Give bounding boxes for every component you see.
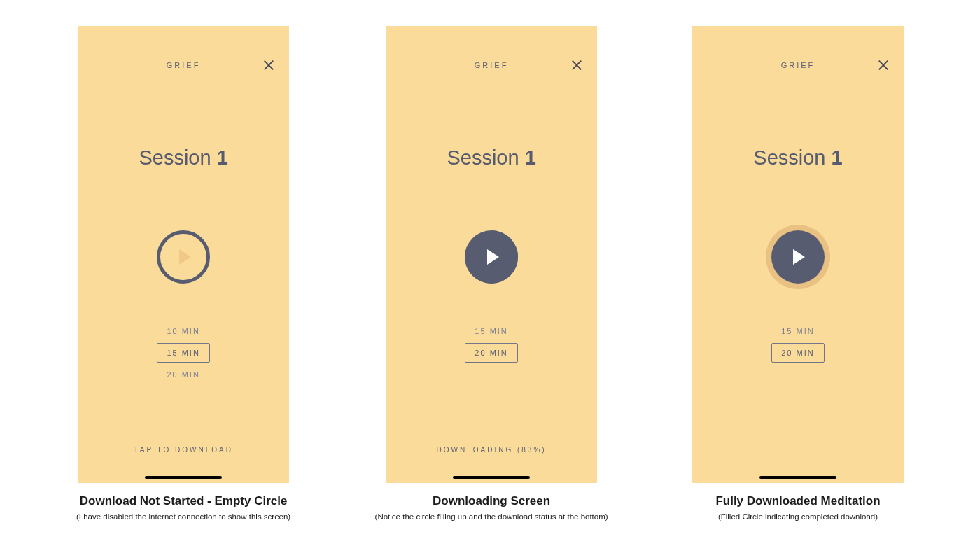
session-title: Session 1 xyxy=(78,146,289,169)
play-button-wrap xyxy=(465,230,518,284)
play-icon xyxy=(793,249,805,265)
screen-col-3: GRIEF Session 1 15 MIN 20 MIN Fully Down… xyxy=(692,26,904,551)
duration-picker: 15 MIN 20 MIN xyxy=(386,327,597,363)
play-button-wrap xyxy=(766,230,830,295)
play-glow xyxy=(766,225,830,289)
duration-option[interactable]: 15 MIN xyxy=(781,327,814,335)
session-number: 1 xyxy=(525,146,536,169)
play-icon xyxy=(487,249,499,265)
duration-option-selected[interactable]: 20 MIN xyxy=(771,343,824,363)
download-status[interactable]: TAP TO DOWNLOAD xyxy=(78,446,289,454)
close-icon[interactable] xyxy=(877,59,891,73)
caption-sub: (Notice the circle filling up and the do… xyxy=(375,512,608,521)
play-button-wrap xyxy=(157,230,210,284)
phone-screen-downloaded: GRIEF Session 1 15 MIN 20 MIN xyxy=(692,26,904,483)
category-label: GRIEF xyxy=(475,61,509,69)
download-status: DOWNLOADING (83%) xyxy=(386,446,597,454)
play-button[interactable] xyxy=(157,230,210,284)
play-icon xyxy=(179,249,191,265)
caption-title: Fully Downloaded Meditation xyxy=(715,494,880,508)
screen-col-1: GRIEF Session 1 10 MIN 15 MIN 20 MIN TAP… xyxy=(76,26,290,551)
session-number: 1 xyxy=(217,146,228,169)
session-prefix: Session xyxy=(139,146,216,169)
category-label: GRIEF xyxy=(167,61,201,69)
session-title: Session 1 xyxy=(692,146,904,169)
duration-option[interactable]: 20 MIN xyxy=(167,370,200,379)
category-label: GRIEF xyxy=(781,61,816,69)
top-bar: GRIEF xyxy=(692,61,904,69)
duration-option-selected[interactable]: 20 MIN xyxy=(465,343,517,363)
caption: Download Not Started - Empty Circle (I h… xyxy=(76,494,290,521)
duration-option[interactable]: 10 MIN xyxy=(167,327,200,335)
home-indicator[interactable] xyxy=(760,476,836,479)
caption-sub: (Filled Circle indicating completed down… xyxy=(715,512,880,521)
session-prefix: Session xyxy=(753,146,831,169)
close-icon[interactable] xyxy=(262,59,276,73)
caption: Fully Downloaded Meditation (Filled Circ… xyxy=(715,494,880,521)
screen-col-2: GRIEF Session 1 15 MIN 20 MIN DOWNLOADIN… xyxy=(375,26,608,551)
session-title: Session 1 xyxy=(386,146,597,169)
duration-option-selected[interactable]: 15 MIN xyxy=(157,343,209,363)
play-button[interactable] xyxy=(771,230,825,284)
phone-screen-downloading: GRIEF Session 1 15 MIN 20 MIN DOWNLOADIN… xyxy=(386,26,597,483)
home-indicator[interactable] xyxy=(453,476,530,479)
home-indicator[interactable] xyxy=(145,476,222,479)
duration-picker: 15 MIN 20 MIN xyxy=(692,327,904,363)
play-inner xyxy=(465,230,518,284)
caption: Downloading Screen (Notice the circle fi… xyxy=(375,494,608,521)
caption-sub: (I have disabled the internet connection… xyxy=(76,512,290,521)
duration-option[interactable]: 15 MIN xyxy=(475,327,507,335)
phone-screen-not-started: GRIEF Session 1 10 MIN 15 MIN 20 MIN TAP… xyxy=(78,26,289,483)
session-number: 1 xyxy=(832,146,843,169)
caption-title: Download Not Started - Empty Circle xyxy=(76,494,290,508)
play-button[interactable] xyxy=(465,230,518,284)
top-bar: GRIEF xyxy=(386,61,597,69)
top-bar: GRIEF xyxy=(78,61,289,69)
duration-picker: 10 MIN 15 MIN 20 MIN xyxy=(78,327,289,379)
caption-title: Downloading Screen xyxy=(375,494,608,508)
close-icon[interactable] xyxy=(570,59,584,73)
session-prefix: Session xyxy=(447,146,524,169)
